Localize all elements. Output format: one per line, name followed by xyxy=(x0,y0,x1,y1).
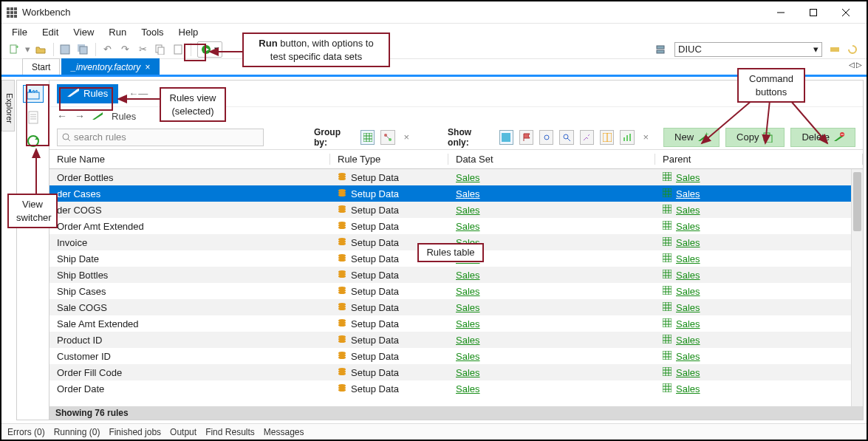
open-folder-icon[interactable] xyxy=(33,41,49,58)
paste-icon[interactable] xyxy=(170,41,186,58)
parent-link[interactable]: Sales xyxy=(676,335,700,346)
table-row[interactable]: Sale COGSSetup DataSalesSales xyxy=(49,299,851,315)
parent-link[interactable]: Sales xyxy=(676,351,700,362)
maximize-button[interactable] xyxy=(797,2,830,23)
run-dropdown-icon[interactable]: ▾ xyxy=(213,44,220,55)
new-dropdown-icon[interactable]: ▾ xyxy=(24,41,31,58)
explorer-panel-tab[interactable]: Explorer xyxy=(1,80,15,131)
vertical-scrollbar[interactable] xyxy=(851,169,863,406)
run-play-icon[interactable] xyxy=(199,43,213,56)
breadcrumb-root-icon[interactable] xyxy=(92,111,104,122)
group-by-tree-icon[interactable] xyxy=(380,130,394,145)
status-errors[interactable]: Errors (0) xyxy=(7,427,45,437)
dataset-link[interactable]: Sales xyxy=(456,205,480,216)
view-switch-refresh-icon[interactable] xyxy=(23,132,44,150)
parent-link[interactable]: Sales xyxy=(676,270,700,281)
dataset-link[interactable]: Sales xyxy=(456,302,480,313)
parent-link[interactable]: Sales xyxy=(676,172,700,183)
parent-link[interactable]: Sales xyxy=(676,318,700,329)
copy-button[interactable]: Copy xyxy=(725,128,785,147)
filter-chart-icon[interactable] xyxy=(620,130,634,145)
table-row[interactable]: der CasesSetup DataSalesSales xyxy=(49,185,851,202)
dataset-link[interactable]: Sales xyxy=(456,172,480,183)
close-button[interactable] xyxy=(830,2,862,23)
dataset-link[interactable]: Sales xyxy=(456,270,480,281)
table-row[interactable]: Sale Amt ExtendedSetup DataSalesSales xyxy=(49,315,851,332)
parent-link[interactable]: Sales xyxy=(676,253,700,264)
parent-link[interactable]: Sales xyxy=(676,367,700,378)
scrollbar-thumb[interactable] xyxy=(853,172,861,231)
table-row[interactable]: Order BottlesSetup DataSalesSales xyxy=(49,169,851,185)
filter-plug-icon[interactable] xyxy=(580,130,594,145)
mode-rules-button[interactable]: Rules xyxy=(57,84,118,103)
delete-button[interactable]: Delete xyxy=(790,128,855,147)
dataset-link[interactable]: Sales xyxy=(456,367,480,378)
filter-icon-1[interactable] xyxy=(499,130,513,145)
new-file-icon[interactable]: + xyxy=(6,41,22,58)
table-row[interactable]: Order Fill CodeSetup DataSalesSales xyxy=(49,364,851,380)
parent-link[interactable]: Sales xyxy=(676,205,700,216)
copy-icon[interactable] xyxy=(152,41,168,58)
filter-table-icon[interactable] xyxy=(600,130,614,145)
search-input[interactable]: search rules xyxy=(57,129,264,146)
table-row[interactable]: Order Amt ExtendedSetup DataSalesSales xyxy=(49,218,851,234)
show-only-clear-icon[interactable]: × xyxy=(640,131,652,143)
view-switch-document-icon[interactable] xyxy=(23,109,44,126)
dataset-link[interactable]: Sales xyxy=(456,221,480,232)
parent-link[interactable]: Sales xyxy=(676,188,700,199)
table-row[interactable]: Ship CasesSetup DataSalesSales xyxy=(49,283,851,299)
dataset-link[interactable]: Sales xyxy=(456,383,480,394)
refresh-icon[interactable] xyxy=(844,41,861,58)
menu-file[interactable]: File xyxy=(6,25,33,39)
col-data-set[interactable]: Data Set xyxy=(448,154,655,165)
save-all-icon[interactable] xyxy=(75,41,91,58)
table-row[interactable]: Product IDSetup DataSalesSales xyxy=(49,332,851,348)
status-messages[interactable]: Messages xyxy=(264,427,304,437)
table-row[interactable]: Order DateSetup DataSalesSales xyxy=(49,380,851,397)
parent-link[interactable]: Sales xyxy=(676,237,700,248)
run-button[interactable]: ▾ xyxy=(197,41,222,58)
tab-start[interactable]: Start xyxy=(22,58,60,75)
dataset-link[interactable]: Sales xyxy=(456,351,480,362)
filter-flag-icon[interactable] xyxy=(519,130,533,145)
col-rule-name[interactable]: Rule Name xyxy=(49,154,330,165)
undo-icon[interactable]: ↶ xyxy=(99,41,115,58)
parent-link[interactable]: Sales xyxy=(676,221,700,232)
tab-inventory-factory[interactable]: _inventory.factory × xyxy=(61,58,160,75)
status-output[interactable]: Output xyxy=(170,427,197,437)
view-switch-factory-icon[interactable] xyxy=(23,85,44,103)
nav-forward-icon[interactable]: → xyxy=(75,110,85,122)
col-rule-type[interactable]: Rule Type xyxy=(330,154,448,165)
menu-edit[interactable]: Edit xyxy=(36,25,64,39)
parent-link[interactable]: Sales xyxy=(676,286,700,297)
table-row[interactable]: Ship BottlesSetup DataSalesSales xyxy=(49,267,851,283)
dataset-link[interactable]: Sales xyxy=(456,335,480,346)
parent-link[interactable]: Sales xyxy=(676,302,700,313)
filter-search-icon[interactable] xyxy=(559,130,573,145)
status-find[interactable]: Find Results xyxy=(205,427,255,437)
filter-link-icon[interactable] xyxy=(539,130,553,145)
tab-nav-left-icon[interactable]: ◁ xyxy=(849,61,855,69)
group-by-grid-icon[interactable] xyxy=(360,130,375,145)
tab-close-icon[interactable]: × xyxy=(145,62,150,72)
table-row[interactable]: Customer IDSetup DataSalesSales xyxy=(49,348,851,364)
menu-tools[interactable]: Tools xyxy=(135,25,169,39)
menu-help[interactable]: Help xyxy=(173,25,205,39)
nav-back-icon[interactable]: ← xyxy=(57,110,67,122)
dataset-link[interactable]: Sales xyxy=(456,286,480,297)
parent-link[interactable]: Sales xyxy=(676,383,700,394)
status-finished[interactable]: Finished jobs xyxy=(109,427,161,437)
dataset-link[interactable]: Sales xyxy=(456,188,480,199)
dataset-link[interactable]: Sales xyxy=(456,318,480,329)
save-icon[interactable] xyxy=(57,41,73,58)
tab-nav-right-icon[interactable]: ▷ xyxy=(856,61,862,69)
minimize-button[interactable] xyxy=(765,2,797,23)
new-button[interactable]: New+ xyxy=(663,128,720,147)
server-combo[interactable]: DIUC ▾ xyxy=(674,42,822,57)
col-parent[interactable]: Parent xyxy=(655,154,863,165)
group-by-clear-icon[interactable]: × xyxy=(401,131,412,143)
table-row[interactable]: der COGSSetup DataSalesSales xyxy=(49,202,851,218)
cut-icon[interactable]: ✂ xyxy=(134,41,151,58)
menu-view[interactable]: View xyxy=(67,25,100,39)
status-running[interactable]: Running (0) xyxy=(54,427,100,437)
